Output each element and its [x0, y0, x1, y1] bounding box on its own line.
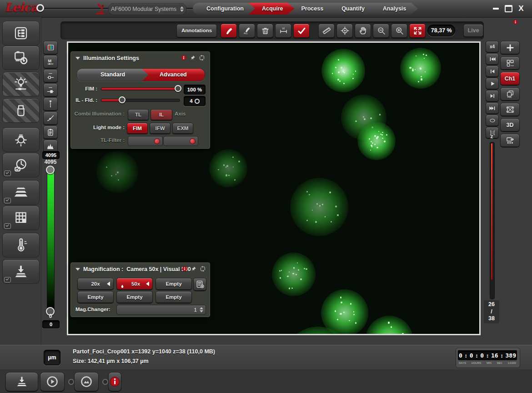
tl-filter-2-dropdown[interactable]	[163, 136, 198, 146]
apply-annotations-button[interactable]	[293, 24, 310, 38]
select-all-annotations-button[interactable]: ALL	[239, 24, 255, 38]
il-fld-label: IL - Fld. :	[71, 97, 97, 103]
fit-to-screen-button[interactable]	[409, 24, 426, 38]
pan-button[interactable]	[355, 24, 371, 38]
minimize-button[interactable]	[490, 4, 501, 13]
panel-pin-icon[interactable]	[191, 266, 197, 272]
panel-header[interactable]: Magnification : Camera 50x | Visual 500	[75, 266, 191, 272]
sidebar-autosave-button[interactable]	[2, 259, 40, 284]
objective-empty-button-3[interactable]: Empty	[156, 278, 192, 290]
zoom-out-button[interactable]	[373, 24, 389, 38]
overlay-view-button[interactable]: FWR	[500, 87, 520, 101]
start-experiment-button[interactable]	[40, 372, 65, 391]
tab-configuration[interactable]: Configuration	[193, 3, 256, 15]
objective-empty-button-6[interactable]: Empty	[156, 291, 192, 303]
copy-display-button[interactable]	[43, 126, 58, 139]
add-objective-list-button[interactable]	[193, 278, 206, 291]
info-button[interactable]	[108, 372, 121, 391]
white-point-button[interactable]	[43, 83, 58, 96]
prev-frame-button[interactable]	[486, 66, 499, 77]
intensity-gradient-slider[interactable]	[47, 169, 55, 312]
spinner-icon[interactable]	[180, 6, 184, 12]
sidebar-acquisition-settings-button[interactable]	[2, 45, 40, 70]
live-button[interactable]: Live	[463, 24, 483, 37]
checkbox-badge-icon[interactable]	[4, 277, 11, 282]
sidebar-zstack-button[interactable]	[2, 180, 40, 205]
z-position-slider[interactable]	[490, 142, 495, 299]
checkbox-badge-icon[interactable]	[4, 198, 11, 203]
info-icon[interactable]	[512, 19, 518, 25]
sidebar-lamp-button[interactable]	[2, 127, 40, 152]
titlebar-slider-knob[interactable]	[36, 4, 44, 12]
annotations-button[interactable]: Annotations	[176, 24, 217, 37]
capture-image-button[interactable]	[74, 372, 99, 391]
timer-unit-label: MIN	[487, 362, 492, 364]
tl-filter-1-dropdown[interactable]	[128, 136, 163, 146]
collapse-icon[interactable]	[75, 57, 80, 60]
fim-slider[interactable]	[101, 87, 180, 91]
add-view-button[interactable]	[500, 41, 520, 54]
3d-view-button[interactable]: 3D	[500, 118, 520, 131]
delete-annotation-button[interactable]	[257, 24, 273, 38]
gamma-button[interactable]	[43, 111, 58, 125]
next-frame-button[interactable]	[486, 90, 499, 101]
lut-button[interactable]	[43, 41, 58, 54]
channel-1-button[interactable]: Ch1	[500, 72, 520, 85]
maximize-button[interactable]	[503, 4, 514, 13]
first-frame-button[interactable]	[486, 53, 499, 65]
intensity-max-knob[interactable]	[46, 166, 55, 174]
panel-info-icon[interactable]	[181, 266, 188, 272]
system-selector[interactable]: AF6000 Modular Systems	[108, 3, 186, 15]
close-button[interactable]: X	[516, 4, 527, 13]
objective-empty-button-5[interactable]: Empty	[116, 291, 153, 303]
split-view-button[interactable]	[500, 103, 520, 116]
panel-flip-icon[interactable]	[199, 55, 205, 61]
sidebar-temperature-button[interactable]	[2, 233, 40, 257]
zoom-in-button[interactable]	[391, 24, 407, 38]
spinner-ring-icon[interactable]	[195, 99, 200, 104]
objective-50x-button-2[interactable]: 50x	[116, 278, 153, 290]
unit-button[interactable]: µm	[44, 350, 60, 365]
center-target-button[interactable]	[336, 24, 353, 38]
collapse-icon[interactable]	[75, 268, 80, 271]
light-mode-ifw-button[interactable]: IFW	[150, 123, 171, 134]
threshold-button[interactable]	[43, 97, 58, 111]
panel-flip-icon[interactable]	[200, 266, 206, 272]
tile-view-button[interactable]	[500, 56, 520, 70]
panel-pin-icon[interactable]	[190, 55, 196, 61]
statusbar: µm Partof_Foci_Crop001 x=1392 y=1040 z=3…	[0, 345, 532, 370]
tab-acquire[interactable]: Acquire	[248, 3, 295, 15]
loop-button[interactable]	[486, 115, 499, 126]
playback-speed-button[interactable]: x4	[486, 41, 499, 52]
light-mode-fim-button[interactable]: FIM	[127, 123, 148, 134]
combi-il-button[interactable]: IL	[151, 109, 172, 120]
minmax-button[interactable]: M	[43, 55, 58, 68]
black-point-button[interactable]	[43, 69, 58, 82]
spinner-icon[interactable]	[200, 307, 203, 312]
tab-quantify[interactable]: Quantify	[328, 3, 376, 15]
filter-dot-icon	[154, 138, 160, 144]
objective-20x-button-1[interactable]: 20x	[77, 278, 114, 290]
sidebar-timelapse-button[interactable]	[2, 153, 40, 177]
export-view-button[interactable]	[500, 134, 520, 147]
light-mode-exm-button[interactable]: EXM	[172, 123, 193, 134]
checkbox-badge-icon[interactable]	[4, 171, 11, 176]
mag-changer-dropdown[interactable]: 1	[116, 305, 206, 315]
panel-info-icon[interactable]	[181, 55, 187, 61]
acquire-store-button[interactable]	[5, 372, 38, 391]
tab-process[interactable]: Process	[287, 3, 335, 15]
measure-button[interactable]	[318, 24, 335, 38]
combi-tl-button[interactable]: TL	[128, 109, 149, 120]
draw-annotation-button[interactable]	[221, 24, 237, 38]
il-fld-slider[interactable]	[101, 99, 180, 102]
checkbox-badge-icon[interactable]	[4, 223, 11, 229]
objective-empty-button-4[interactable]: Empty	[77, 291, 114, 303]
tab-analysis[interactable]: Analysis	[369, 3, 418, 15]
sidebar-tilescan-button[interactable]	[2, 206, 40, 230]
play-frames-button[interactable]	[486, 78, 499, 89]
panel-header[interactable]: Illumination Settings	[75, 55, 139, 61]
sidebar-experiments-button[interactable]	[2, 21, 40, 45]
last-frame-button[interactable]	[486, 102, 499, 114]
timer-display: 0:0:0:16:389	[458, 350, 517, 360]
scalebar-button[interactable]: H	[275, 24, 291, 38]
